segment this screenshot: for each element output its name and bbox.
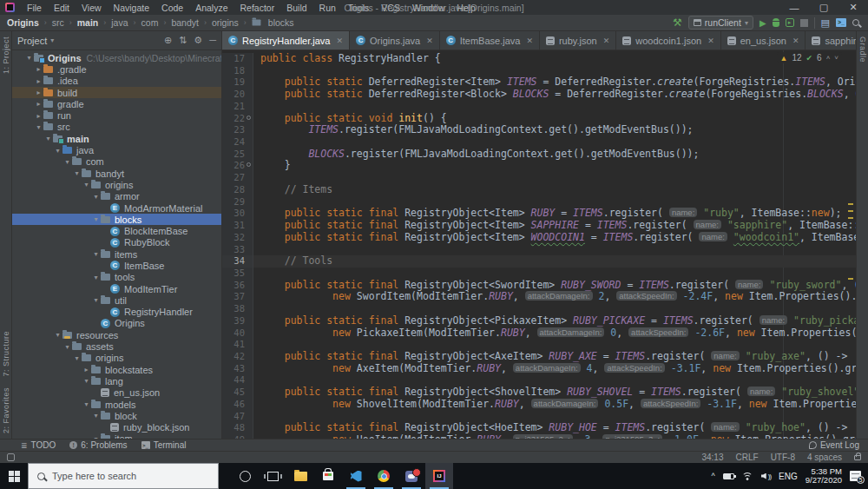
tree-item-util[interactable]: ▾util — [12, 294, 221, 306]
tree-item-build[interactable]: ▸build — [12, 87, 221, 98]
menu-edit[interactable]: Edit — [48, 0, 76, 15]
tree-item-items[interactable]: ▾items — [12, 248, 221, 260]
tree-expand-icon[interactable]: ▾ — [62, 343, 72, 351]
terminal-toolbar-icon[interactable]: >_ — [836, 18, 846, 27]
tree-item-Origins[interactable]: COrigins — [12, 318, 221, 329]
code-line[interactable]: 49 new HoeItem(ModItemTier.RUBY, p_i2315… — [222, 434, 856, 439]
menu-analyze[interactable]: Analyze — [189, 0, 233, 15]
tab-ruby.json[interactable]: ruby.json✕ — [540, 31, 616, 50]
search-everywhere-icon[interactable] — [852, 19, 859, 26]
tree-item-ruby_block.json[interactable]: ruby_block.json — [12, 422, 221, 433]
tree-item-assets[interactable]: ▾assets — [12, 340, 221, 352]
breadcrumb-item-blocks[interactable]: blocks — [268, 17, 294, 28]
error-stripe[interactable] — [845, 50, 856, 439]
code-line[interactable]: 18 — [222, 65, 856, 77]
task-view-button[interactable] — [259, 463, 286, 489]
menu-view[interactable]: View — [76, 0, 108, 15]
caret-position[interactable]: 34:13 — [701, 453, 723, 462]
code-line[interactable]: 36 public static final RegistryObject<Sw… — [222, 280, 856, 292]
tree-item-origins[interactable]: ▾origins — [12, 179, 221, 190]
inspection-widget[interactable]: ▲ 12 ✔ 6 ˄ ˅ — [777, 52, 843, 63]
fold-marker-icon[interactable] — [247, 162, 251, 167]
code-line[interactable]: 23 ITEMS.register(FMLJavaModLoadingConte… — [222, 124, 856, 136]
tree-item-com[interactable]: ▾com — [12, 156, 221, 168]
tree-item-tools[interactable]: ▾tools — [12, 272, 221, 283]
menu-file[interactable]: File — [21, 0, 48, 15]
toolwindow-favorites-button[interactable]: 2: Favorites — [2, 387, 10, 433]
intellij-taskbar-button[interactable] — [425, 463, 453, 489]
prev-problem-icon[interactable]: ˄ — [826, 54, 831, 62]
tree-expand-icon[interactable]: ▾ — [43, 135, 53, 142]
tree-expand-icon[interactable]: ▾ — [72, 169, 82, 177]
tree-item-java[interactable]: ▾java — [12, 144, 221, 155]
tree-item-origins[interactable]: ▾origins — [12, 353, 221, 364]
battery-icon[interactable] — [723, 473, 734, 479]
coverage-button[interactable]: ▸ — [786, 18, 794, 27]
cortana-button[interactable] — [231, 463, 259, 489]
chevron-down-icon[interactable]: ▾ — [50, 36, 54, 44]
code-line[interactable]: 38 — [222, 303, 856, 315]
tree-item-.gradle[interactable]: ▸.gradle — [12, 63, 221, 75]
tree-item-gradle[interactable]: ▸gradle — [12, 98, 221, 109]
code-line[interactable]: 39 public static final RegistryObject<Pi… — [222, 315, 856, 327]
project-structure-icon[interactable]: ▤ — [821, 17, 830, 29]
tree-item-bandyt[interactable]: ▾bandyt — [12, 168, 221, 179]
code-line[interactable]: 25 BLOCKS.register(FMLJavaModLoadingCont… — [222, 149, 856, 161]
tree-item-armor[interactable]: ▾armor — [12, 191, 221, 202]
tree-expand-icon[interactable]: ▸ — [82, 366, 91, 373]
tree-item-.idea[interactable]: ▸.idea — [12, 76, 221, 87]
tree-item-models[interactable]: ▾models — [12, 399, 221, 410]
locate-icon[interactable]: ⊕ — [164, 35, 172, 46]
tree-item-BlockItemBase[interactable]: CBlockItemBase — [12, 225, 221, 236]
code-line[interactable]: 32 public static final RegistryObject<It… — [222, 232, 856, 244]
code-line[interactable]: 26 } — [222, 160, 856, 172]
tab-close-icon[interactable]: ✕ — [792, 36, 799, 45]
run-button[interactable]: ▶ — [760, 18, 766, 28]
breadcrumb-item-main[interactable]: main — [77, 17, 99, 28]
tree-expand-icon[interactable]: ▾ — [34, 123, 43, 131]
wifi-icon[interactable] — [742, 472, 753, 480]
tree-item-block[interactable]: ▾block — [12, 410, 221, 421]
file-encoding[interactable]: UTF-8 — [771, 453, 795, 462]
code-line[interactable]: 30 public static final RegistryObject<It… — [222, 208, 856, 220]
code-line[interactable]: 46 new ShovelItem(ModItemTier.RUBY, atta… — [222, 399, 856, 411]
tree-expand-icon[interactable]: ▾ — [91, 193, 101, 201]
tree-expand-icon[interactable]: ▾ — [91, 274, 101, 281]
discord-button[interactable] — [398, 463, 425, 489]
tree-item-blockstates[interactable]: ▸blockstates — [12, 364, 221, 375]
tree-expand-icon[interactable]: ▸ — [34, 89, 43, 96]
tree-item-ModArmorMaterial[interactable]: EModArmorMaterial — [12, 202, 221, 214]
tab-close-icon[interactable]: ✕ — [526, 36, 533, 45]
run-config-select[interactable]: runClient ▾ — [688, 16, 753, 30]
code-line[interactable]: 42 public static final RegistryObject<Ax… — [222, 351, 856, 363]
language-indicator[interactable]: ENG — [779, 472, 798, 481]
code-line[interactable]: 44 — [222, 374, 856, 387]
tree-item-resources[interactable]: ▾resources — [12, 329, 221, 340]
gear-icon[interactable]: ⚙ — [194, 35, 202, 46]
tab-RegistryHandler.java[interactable]: CRegistryHandler.java✕ — [222, 31, 350, 50]
line-separator[interactable]: CRLF — [736, 453, 759, 462]
menu-run[interactable]: Run — [313, 0, 342, 15]
breadcrumb-item-com[interactable]: com — [141, 17, 159, 28]
tree-expand-icon[interactable]: ▾ — [91, 215, 101, 223]
hide-panel-icon[interactable]: ─ — [209, 35, 216, 46]
chrome-button[interactable] — [370, 463, 398, 489]
tree-expand-icon[interactable]: ▾ — [82, 377, 91, 385]
tree-item-run[interactable]: ▸run — [12, 109, 221, 121]
toolwindow-todo-button[interactable]: ≣ TODO — [21, 440, 56, 450]
debug-button[interactable] — [773, 18, 779, 27]
file-explorer-button[interactable] — [286, 463, 314, 489]
code-editor[interactable]: 17public class RegistryHandler {1819 pub… — [222, 50, 856, 439]
indent-style[interactable]: 4 spaces — [807, 453, 842, 462]
tree-expand-icon[interactable]: ▾ — [91, 250, 101, 258]
toolwindow-project-button[interactable]: 1: Project — [2, 36, 10, 74]
code-line[interactable]: 41 — [222, 339, 856, 351]
close-button[interactable]: ✕ — [838, 0, 868, 15]
tab-close-icon[interactable]: ✕ — [426, 36, 433, 45]
tree-item-main[interactable]: ▾main — [12, 133, 221, 144]
collapse-all-icon[interactable]: ⇅ — [179, 35, 187, 46]
event-log-button[interactable]: Event Log — [809, 440, 868, 450]
breadcrumb-item-src[interactable]: src — [52, 17, 64, 28]
tab-close-icon[interactable]: ✕ — [707, 36, 714, 45]
tree-expand-icon[interactable]: ▸ — [34, 112, 43, 120]
